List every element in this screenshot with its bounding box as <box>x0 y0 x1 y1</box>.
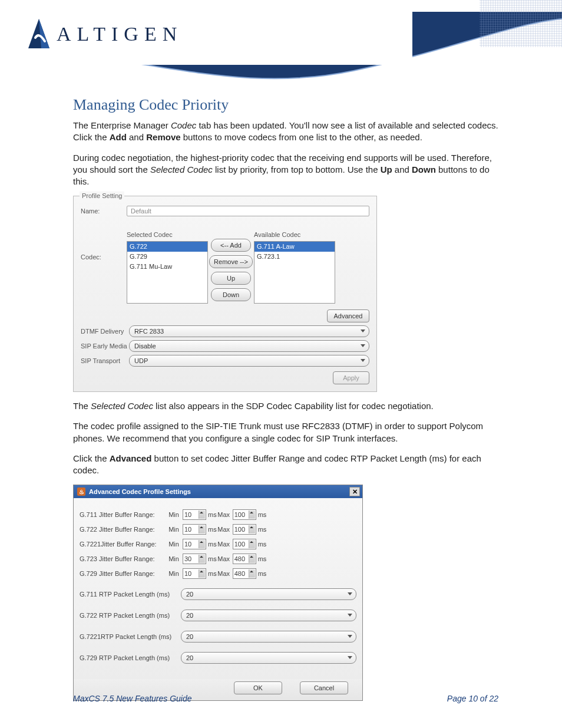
sip-transport-select[interactable]: UDP <box>129 355 369 367</box>
packet-length-row: G.722 RTP Packet Length (ms)20 <box>80 610 356 621</box>
jitter-row: G.723 Jitter Buffer Range:Min30msMax480m… <box>80 554 356 564</box>
up-button[interactable]: Up <box>211 272 251 285</box>
packet-length-row: G.711 RTP Packet Length (ms)20 <box>80 588 356 600</box>
min-spinner[interactable]: 30 <box>183 554 206 564</box>
logo: ALTIGEN <box>27 18 183 51</box>
footer-title: MaxCS 7.5 New Features Guide <box>73 693 192 704</box>
dtmf-label: DTMF Delivery <box>81 327 129 336</box>
packet-length-label: G.7221RTP Packet Length (ms) <box>80 633 181 641</box>
max-label: Max <box>217 540 231 549</box>
ms-label: ms <box>208 525 217 534</box>
header-dots <box>480 0 562 47</box>
packet-length-row: G.729 RTP Packet Length (ms)20 <box>80 652 356 664</box>
packet-length-label: G.722 RTP Packet Length (ms) <box>80 611 181 620</box>
dialog-titlebar: ♨ Advanced Codec Profile Settings ✕ <box>74 485 362 498</box>
add-button[interactable]: <-- Add <box>211 239 251 252</box>
min-spinner[interactable]: 10 <box>183 509 206 520</box>
early-media-select[interactable]: Disable <box>129 340 369 352</box>
packet-length-select[interactable]: 20 <box>181 610 356 621</box>
page-content: Managing Codec Priority The Enterprise M… <box>0 88 562 701</box>
packet-length-label: G.711 RTP Packet Length (ms) <box>80 590 181 599</box>
footer-page-number: Page 10 of 22 <box>447 693 498 704</box>
ms-label: ms <box>258 555 267 564</box>
list-item[interactable]: G.729 <box>127 252 207 262</box>
packet-length-select[interactable]: 20 <box>181 631 356 643</box>
jitter-label: G.729 Jitter Buffer Range: <box>80 569 167 578</box>
page-title: Managing Codec Priority <box>73 94 498 115</box>
list-item[interactable]: G.723.1 <box>254 252 335 262</box>
list-item[interactable]: G.711 Mu-Law <box>127 262 207 272</box>
name-label: Name: <box>81 207 127 216</box>
list-item[interactable]: G.722 <box>127 242 207 252</box>
max-spinner[interactable]: 480 <box>233 568 256 579</box>
max-spinner[interactable]: 100 <box>233 539 256 549</box>
codec-label: Codec: <box>81 225 127 262</box>
max-label: Max <box>217 510 231 519</box>
advanced-button[interactable]: Advanced <box>327 309 369 322</box>
jitter-row: G.722 Jitter Buffer Range:Min10msMax100m… <box>80 524 356 535</box>
fieldset-legend: Profile Setting <box>80 192 124 200</box>
logo-mark-icon <box>27 18 51 51</box>
list-item[interactable]: G.711 A-Law <box>254 242 335 252</box>
ms-label: ms <box>208 540 217 549</box>
ms-label: ms <box>258 569 267 578</box>
paragraph-4: The codec profile assigned to the SIP-TI… <box>73 420 498 444</box>
logo-text: ALTIGEN <box>57 21 183 48</box>
selected-codec-list[interactable]: G.722 G.729 G.711 Mu-Law <box>127 241 208 304</box>
remove-button[interactable]: Remove --> <box>209 255 253 268</box>
dialog-title: Advanced Codec Profile Settings <box>89 487 191 496</box>
ms-label: ms <box>208 555 217 564</box>
ms-label: ms <box>258 525 267 534</box>
packet-length-select[interactable]: 20 <box>181 652 356 664</box>
close-icon[interactable]: ✕ <box>349 487 360 496</box>
early-media-label: SIP Early Media <box>81 342 129 351</box>
max-label: Max <box>217 555 231 564</box>
jitter-label: G.711 Jitter Buffer Range: <box>80 510 167 519</box>
apply-button[interactable]: Apply <box>333 371 369 384</box>
ms-label: ms <box>208 569 217 578</box>
jitter-label: G.7221Jitter Buffer Range: <box>80 540 167 549</box>
packet-length-select[interactable]: 20 <box>181 588 356 600</box>
page-footer: MaxCS 7.5 New Features Guide Page 10 of … <box>73 693 498 704</box>
min-spinner[interactable]: 10 <box>183 524 206 535</box>
jitter-row: G.711 Jitter Buffer Range:Min10msMax100m… <box>80 509 356 520</box>
advanced-codec-dialog: ♨ Advanced Codec Profile Settings ✕ G.71… <box>73 485 363 701</box>
available-codec-title: Available Codec <box>254 230 335 239</box>
paragraph-1: The Enterprise Manager Codec tab has bee… <box>73 120 498 144</box>
paragraph-2: During codec negotiation, the highest-pr… <box>73 152 498 188</box>
packet-length-label: G.729 RTP Packet Length (ms) <box>80 654 181 663</box>
min-spinner[interactable]: 10 <box>183 568 206 579</box>
max-label: Max <box>217 525 231 534</box>
jitter-row: G.729 Jitter Buffer Range:Min10msMax480m… <box>80 568 356 579</box>
page-header: ALTIGEN <box>0 0 562 88</box>
min-label: Min <box>167 555 181 564</box>
min-label: Min <box>167 510 181 519</box>
ms-label: ms <box>258 510 267 519</box>
paragraph-5: Click the Advanced button to set codec J… <box>73 453 498 477</box>
available-codec-list[interactable]: G.711 A-Law G.723.1 <box>254 241 335 304</box>
down-button[interactable]: Down <box>211 288 251 301</box>
max-spinner[interactable]: 100 <box>233 524 256 535</box>
jitter-label: G.723 Jitter Buffer Range: <box>80 555 167 564</box>
jitter-row: G.7221Jitter Buffer Range:Min10msMax100m… <box>80 539 356 549</box>
min-spinner[interactable]: 10 <box>183 539 206 549</box>
name-input[interactable]: Default <box>127 206 369 216</box>
min-label: Min <box>167 569 181 578</box>
paragraph-3: The Selected Codec list also appears in … <box>73 400 498 412</box>
ms-label: ms <box>208 510 217 519</box>
dtmf-select[interactable]: RFC 2833 <box>129 325 369 337</box>
max-label: Max <box>217 569 231 578</box>
sip-transport-label: SIP Transport <box>81 357 129 365</box>
ms-label: ms <box>258 540 267 549</box>
max-spinner[interactable]: 100 <box>233 509 256 520</box>
selected-codec-title: Selected Codec <box>127 230 208 239</box>
java-icon: ♨ <box>77 487 85 496</box>
profile-setting-panel: Profile Setting Name: Default Codec: Sel… <box>73 196 377 392</box>
min-label: Min <box>167 525 181 534</box>
min-label: Min <box>167 540 181 549</box>
max-spinner[interactable]: 480 <box>233 554 256 564</box>
jitter-label: G.722 Jitter Buffer Range: <box>80 525 167 534</box>
packet-length-row: G.7221RTP Packet Length (ms)20 <box>80 631 356 643</box>
